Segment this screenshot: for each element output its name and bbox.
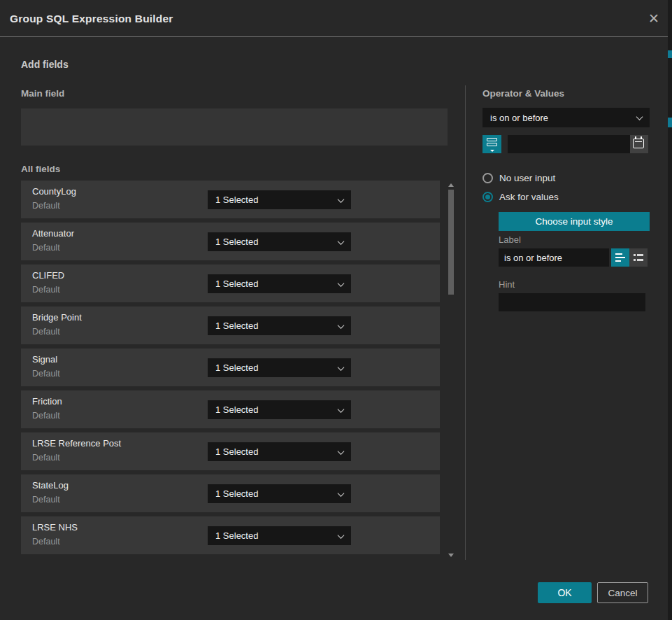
- field-subtitle: Default: [32, 537, 60, 547]
- align-left-icon: [615, 260, 621, 262]
- field-selection-select[interactable]: 1 Selected: [208, 358, 351, 377]
- chevron-down-icon: [338, 238, 345, 245]
- add-fields-heading: Add fields: [21, 59, 69, 70]
- chevron-down-icon: [338, 196, 345, 203]
- field-subtitle: Default: [32, 453, 60, 463]
- hint-field-label: Hint: [499, 279, 515, 290]
- main-field-container: CountyLog | Default From Date: [21, 108, 448, 146]
- dialog-title: Group SQL Expression Builder: [10, 0, 173, 37]
- all-fields-heading: All fields: [21, 164, 60, 174]
- background-app-edge: [668, 0, 672, 620]
- field-row: LRSE NHS Default 1 Selected: [21, 516, 440, 554]
- field-name: StateLog: [32, 480, 69, 491]
- scroll-up-icon[interactable]: [448, 183, 454, 187]
- calendar-icon: [633, 139, 644, 148]
- radio-label: Ask for values: [499, 192, 559, 202]
- align-left-icon: [615, 257, 625, 258]
- chevron-down-icon: [338, 490, 345, 497]
- radio-no-user-input[interactable]: No user input: [482, 172, 555, 183]
- field-subtitle: Default: [32, 201, 60, 211]
- list-icon: [634, 259, 636, 261]
- field-selection-value: 1 Selected: [215, 530, 258, 541]
- field-selection-value: 1 Selected: [215, 195, 258, 205]
- close-icon[interactable]: ✕: [644, 9, 664, 29]
- ok-button[interactable]: OK: [538, 582, 592, 603]
- field-subtitle: Default: [32, 327, 60, 337]
- field-selection-value: 1 Selected: [215, 488, 258, 499]
- chevron-down-icon: [490, 150, 494, 152]
- background-accent-fragment: [668, 118, 672, 127]
- operator-select-value: is on or before: [490, 113, 548, 123]
- scroll-down-icon[interactable]: [448, 554, 454, 557]
- chevron-down-icon: [338, 406, 345, 413]
- single-input-style-button[interactable]: [611, 248, 629, 267]
- title-bar: Group SQL Expression Builder ✕: [0, 0, 668, 37]
- choose-input-style-button[interactable]: Choose input style: [499, 212, 650, 231]
- chevron-down-icon: [338, 448, 345, 455]
- label-field-label: Label: [499, 234, 521, 245]
- field-row: Signal Default 1 Selected: [21, 348, 440, 386]
- field-row: Bridge Point Default 1 Selected: [21, 307, 440, 344]
- field-selection-value: 1 Selected: [215, 320, 258, 331]
- field-selection-value: 1 Selected: [215, 279, 258, 289]
- field-subtitle: Default: [32, 411, 60, 421]
- field-name: CountyLog: [32, 186, 76, 197]
- field-subtitle: Default: [32, 369, 60, 379]
- field-selection-select[interactable]: 1 Selected: [208, 484, 351, 503]
- field-row: StateLog Default 1 Selected: [21, 474, 440, 512]
- field-selection-select[interactable]: 1 Selected: [208, 190, 351, 209]
- field-name: LRSE NHS: [32, 522, 78, 533]
- field-name: Bridge Point: [32, 312, 82, 323]
- unique-values-button[interactable]: [482, 135, 501, 153]
- scrollbar-thumb[interactable]: [448, 190, 454, 295]
- field-subtitle: Default: [32, 285, 60, 295]
- list-scrollbar[interactable]: [447, 181, 455, 560]
- background-accent-fragment: [668, 50, 672, 58]
- panel-divider: [465, 85, 466, 560]
- field-subtitle: Default: [32, 495, 60, 505]
- field-name: LRSE Reference Post: [32, 438, 121, 449]
- value-input[interactable]: [508, 135, 630, 153]
- field-selection-select[interactable]: 1 Selected: [208, 316, 351, 335]
- list-icon: [637, 259, 643, 261]
- chevron-down-icon: [338, 280, 345, 287]
- field-selection-select[interactable]: 1 Selected: [208, 274, 351, 293]
- chevron-down-icon: [636, 113, 643, 120]
- field-selection-select[interactable]: 1 Selected: [208, 400, 351, 419]
- field-name: Friction: [32, 396, 62, 407]
- hint-input[interactable]: [499, 293, 645, 311]
- main-field-heading: Main field: [21, 88, 64, 99]
- field-selection-select[interactable]: 1 Selected: [208, 526, 351, 545]
- field-selection-select[interactable]: 1 Selected: [208, 232, 351, 251]
- chevron-down-icon: [338, 322, 345, 329]
- field-selection-value: 1 Selected: [215, 404, 258, 415]
- field-row: Friction Default 1 Selected: [21, 390, 440, 428]
- list-input-style-button[interactable]: [629, 248, 648, 267]
- radio-circle-icon: [482, 173, 493, 183]
- field-row: Attenuator Default 1 Selected: [21, 223, 440, 260]
- align-left-icon: [615, 253, 622, 255]
- field-name: Attenuator: [32, 228, 74, 239]
- radio-circle-selected-icon: [482, 192, 493, 202]
- label-input[interactable]: [499, 248, 609, 267]
- field-selection-value: 1 Selected: [215, 362, 258, 373]
- field-selection-value: 1 Selected: [215, 237, 258, 247]
- list-icon: [634, 254, 636, 256]
- chevron-down-icon: [338, 364, 345, 371]
- field-selection-value: 1 Selected: [215, 446, 258, 457]
- operator-select[interactable]: is on or before: [482, 108, 650, 127]
- field-subtitle: Default: [32, 243, 60, 253]
- group-sql-expression-builder-dialog: Group SQL Expression Builder ✕ Add field…: [0, 0, 668, 620]
- cancel-button[interactable]: Cancel: [597, 582, 648, 603]
- unique-values-icon: [487, 143, 497, 146]
- date-picker-button[interactable]: [630, 135, 648, 153]
- field-row: CLIFED Default 1 Selected: [21, 265, 440, 302]
- operator-values-heading: Operator & Values: [482, 88, 564, 99]
- radio-ask-for-values[interactable]: Ask for values: [482, 191, 559, 202]
- field-row: CountyLog Default 1 Selected: [21, 181, 440, 218]
- unique-values-icon: [487, 138, 497, 141]
- field-row: LRSE Reference Post Default 1 Selected: [21, 432, 440, 470]
- field-name: CLIFED: [32, 270, 64, 281]
- field-name: Signal: [32, 354, 57, 365]
- field-selection-select[interactable]: 1 Selected: [208, 442, 351, 461]
